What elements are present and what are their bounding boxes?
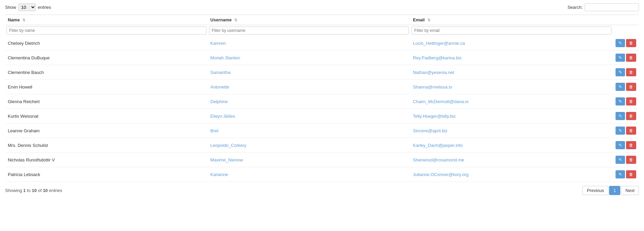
- username-link[interactable]: Antonette: [210, 84, 229, 90]
- delete-button[interactable]: 🗑: [626, 141, 636, 149]
- page-1-button[interactable]: 1: [609, 186, 620, 195]
- cell-email: Nathan@yesenia.net: [410, 65, 613, 80]
- cell-actions: ✎🗑: [613, 138, 639, 153]
- showing-suffix: entries: [49, 188, 62, 193]
- username-link[interactable]: Moriah.Stanton: [210, 55, 240, 60]
- next-button[interactable]: Next: [621, 186, 639, 195]
- show-entries: Show 10 25 50 100 entries: [5, 3, 51, 11]
- email-link[interactable]: Rey.Padberg@karina.biz: [413, 55, 462, 60]
- col-header-name[interactable]: Name ⇅: [5, 15, 208, 25]
- showing-total: 10: [43, 188, 47, 193]
- username-link[interactable]: Delphine: [210, 99, 228, 104]
- col-header-username[interactable]: Username ⇅: [208, 15, 410, 25]
- username-link[interactable]: Leopoldo_Corkery: [210, 143, 246, 148]
- username-link[interactable]: Elwyn.Skiles: [210, 114, 235, 119]
- showing-prefix: Showing: [5, 188, 22, 193]
- delete-button[interactable]: 🗑: [626, 112, 636, 120]
- edit-button[interactable]: ✎: [616, 54, 625, 62]
- edit-button[interactable]: ✎: [616, 112, 625, 120]
- cell-username: Maxime_Nienow: [208, 153, 410, 167]
- delete-button[interactable]: 🗑: [626, 39, 636, 47]
- cell-name: Glenna Reichert: [5, 94, 208, 109]
- cell-actions: ✎🗑: [613, 36, 639, 51]
- email-link[interactable]: Telly.Hoeger@billy.biz: [413, 114, 456, 119]
- cell-email: Chaim_McDermott@dana.io: [410, 94, 613, 109]
- cell-email: Rey.Padberg@karina.biz: [410, 51, 613, 65]
- table-row: Patricia LebsackKarianneJulianne.OConner…: [5, 167, 639, 182]
- delete-button[interactable]: 🗑: [626, 54, 636, 62]
- edit-button[interactable]: ✎: [616, 141, 625, 149]
- table-row: Kurtis WeissnatElwyn.SkilesTelly.Hoeger@…: [5, 109, 639, 123]
- username-link[interactable]: Kamren: [210, 41, 226, 46]
- entries-select[interactable]: 10 25 50 100: [18, 3, 36, 11]
- edit-button[interactable]: ✎: [616, 39, 625, 47]
- cell-email: Sincere@april.biz: [410, 123, 613, 138]
- filter-row: [5, 25, 639, 36]
- delete-button[interactable]: 🗑: [626, 170, 636, 178]
- search-box: Search:: [567, 3, 639, 11]
- cell-email: Lucio_Hettinger@annie.ca: [410, 36, 613, 51]
- email-link[interactable]: Lucio_Hettinger@annie.ca: [413, 41, 465, 46]
- delete-button[interactable]: 🗑: [626, 83, 636, 91]
- cell-username: Leopoldo_Corkery: [208, 138, 410, 153]
- pagination: Previous 1 Next: [582, 186, 639, 195]
- cell-email: Karley_Dach@jasper.info: [410, 138, 613, 153]
- col-header-email[interactable]: Email ⇅: [410, 15, 613, 25]
- delete-button[interactable]: 🗑: [626, 127, 636, 135]
- cell-username: Kamren: [208, 36, 410, 51]
- cell-name: Patricia Lebsack: [5, 167, 208, 182]
- entries-label: entries: [38, 5, 51, 10]
- previous-button[interactable]: Previous: [582, 186, 608, 195]
- filter-username-cell: [208, 25, 410, 36]
- filter-username-input[interactable]: [209, 26, 409, 35]
- table-row: Clementine BauchSamanthaNathan@yesenia.n…: [5, 65, 639, 80]
- username-link[interactable]: Maxime_Nienow: [210, 157, 243, 162]
- delete-button[interactable]: 🗑: [626, 156, 636, 164]
- bottom-controls: Showing 1 to 10 of 10 entries Previous 1…: [5, 186, 639, 195]
- cell-actions: ✎🗑: [613, 65, 639, 80]
- filter-email-cell: [410, 25, 613, 36]
- email-link[interactable]: Chaim_McDermott@dana.io: [413, 99, 468, 104]
- cell-username: Samantha: [208, 65, 410, 80]
- delete-button[interactable]: 🗑: [626, 68, 636, 76]
- email-link[interactable]: Sherwood@rosamond.me: [413, 157, 464, 162]
- cell-username: Elwyn.Skiles: [208, 109, 410, 123]
- edit-button[interactable]: ✎: [616, 156, 625, 164]
- email-link[interactable]: Nathan@yesenia.net: [413, 70, 454, 75]
- search-input[interactable]: [585, 3, 639, 11]
- table-row: Clementina DuBuqueMoriah.StantonRey.Padb…: [5, 51, 639, 65]
- username-link[interactable]: Samantha: [210, 70, 230, 75]
- edit-button[interactable]: ✎: [616, 97, 625, 105]
- edit-button[interactable]: ✎: [616, 83, 625, 91]
- filter-name-input[interactable]: [6, 26, 206, 35]
- email-link[interactable]: Sincere@april.biz: [413, 128, 447, 133]
- col-header-actions: [613, 15, 639, 25]
- cell-username: Delphine: [208, 94, 410, 109]
- table-row: Nicholas Runolfsdottir VMaxime_NienowShe…: [5, 153, 639, 167]
- edit-button[interactable]: ✎: [616, 170, 625, 178]
- cell-name: Mrs. Dennis Schulist: [5, 138, 208, 153]
- email-link[interactable]: Julianne.OConner@kory.org: [413, 172, 468, 177]
- header-row: Name ⇅ Username ⇅ Email ⇅: [5, 15, 639, 25]
- filter-name-cell: [5, 25, 208, 36]
- table-row: Mrs. Dennis SchulistLeopoldo_CorkeryKarl…: [5, 138, 639, 153]
- cell-actions: ✎🗑: [613, 51, 639, 65]
- email-link[interactable]: Shanna@melissa.tv: [413, 84, 452, 90]
- edit-button[interactable]: ✎: [616, 127, 625, 135]
- sort-icon-username: ⇅: [234, 18, 237, 22]
- data-table: Name ⇅ Username ⇅ Email ⇅: [5, 15, 639, 182]
- cell-name: Ervin Howell: [5, 80, 208, 94]
- username-link[interactable]: Karianne: [210, 172, 228, 177]
- email-link[interactable]: Karley_Dach@jasper.info: [413, 143, 463, 148]
- filter-email-input[interactable]: [411, 26, 611, 35]
- cell-actions: ✎🗑: [613, 94, 639, 109]
- cell-username: Bret: [208, 123, 410, 138]
- cell-username: Antonette: [208, 80, 410, 94]
- cell-username: Karianne: [208, 167, 410, 182]
- username-link[interactable]: Bret: [210, 128, 219, 133]
- table-row: Ervin HowellAntonetteShanna@melissa.tv✎🗑: [5, 80, 639, 94]
- delete-button[interactable]: 🗑: [626, 97, 636, 105]
- cell-name: Nicholas Runolfsdottir V: [5, 153, 208, 167]
- edit-button[interactable]: ✎: [616, 68, 625, 76]
- table-row: Leanne GrahamBretSincere@april.biz✎🗑: [5, 123, 639, 138]
